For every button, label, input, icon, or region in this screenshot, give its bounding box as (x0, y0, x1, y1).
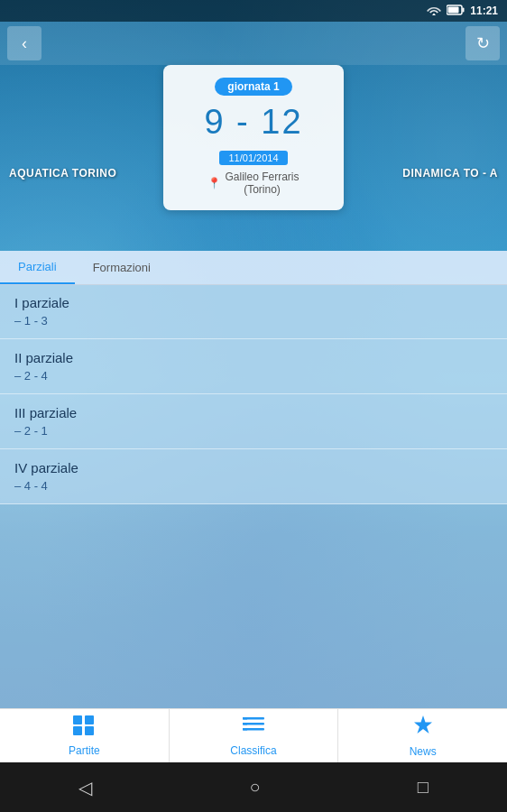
team-left: AQUATICA TORINO (9, 167, 116, 180)
svg-rect-5 (73, 726, 82, 735)
team-right: DINAMICA TO - A (402, 167, 498, 180)
list-item-title: IV parziale (14, 460, 493, 475)
list-item: III parziale – 2 - 1 (0, 394, 507, 449)
top-navigation: ‹ ↻ (0, 22, 507, 65)
status-bar: 11:21 (0, 0, 507, 22)
svg-rect-3 (73, 715, 82, 724)
classifica-icon (243, 715, 264, 741)
partite-icon (73, 715, 95, 741)
score-display: 9 - 12 (174, 103, 333, 142)
date-badge: 11/01/2014 (219, 151, 287, 165)
location: 📍 Galileo Ferraris (Torino) (174, 171, 333, 196)
news-icon (412, 715, 434, 742)
svg-rect-1 (463, 7, 465, 12)
svg-rect-4 (85, 715, 94, 724)
svg-rect-11 (243, 723, 247, 725)
tab-formazioni[interactable]: Formazioni (75, 251, 169, 284)
tabs-container: Parziali Formazioni (0, 251, 507, 285)
time-display: 11:21 (470, 5, 498, 17)
android-recent-button[interactable]: □ (418, 777, 429, 798)
list-item-score: – 2 - 4 (14, 369, 493, 383)
partite-label: Partite (69, 744, 100, 757)
android-navigation: ◁ ○ □ (0, 762, 507, 812)
android-back-button[interactable]: ◁ (78, 777, 92, 798)
nav-partite[interactable]: Partite (0, 709, 170, 762)
classifica-label: Classifica (230, 744, 276, 757)
nav-news[interactable]: News (338, 709, 507, 762)
location-icon: 📍 (207, 177, 221, 189)
list-item-score: – 4 - 4 (14, 479, 493, 493)
battery-icon (447, 5, 465, 18)
bottom-navigation: Partite Classifica News (0, 708, 507, 762)
status-icons: 11:21 (427, 5, 498, 18)
tab-parziali[interactable]: Parziali (0, 251, 75, 284)
content-list: I parziale – 1 - 3 II parziale – 2 - 4 I… (0, 284, 507, 762)
list-item-score: – 1 - 3 (14, 314, 493, 328)
svg-marker-13 (414, 715, 432, 734)
list-item-title: I parziale (14, 295, 493, 310)
list-item-title: III parziale (14, 405, 493, 420)
list-item: IV parziale – 4 - 4 (0, 449, 507, 504)
back-button[interactable]: ‹ (7, 26, 41, 60)
nav-classifica[interactable]: Classifica (170, 709, 339, 762)
svg-rect-2 (448, 6, 459, 13)
giornata-badge: giornata 1 (215, 78, 291, 96)
list-item: II parziale – 2 - 4 (0, 339, 507, 394)
refresh-button[interactable]: ↻ (466, 26, 500, 60)
svg-rect-6 (85, 726, 94, 735)
wifi-icon (427, 5, 441, 18)
list-item-title: II parziale (14, 350, 493, 365)
tabs: Parziali Formazioni (0, 251, 507, 285)
list-item-score: – 2 - 1 (14, 424, 493, 438)
list-item: I parziale – 1 - 3 (0, 284, 507, 339)
svg-rect-10 (243, 717, 247, 720)
android-home-button[interactable]: ○ (249, 777, 260, 798)
news-label: News (410, 745, 437, 758)
score-card: giornata 1 9 - 12 11/01/2014 📍 Galileo F… (163, 65, 344, 210)
svg-rect-12 (243, 728, 247, 731)
location-text: Galileo Ferraris (Torino) (225, 171, 299, 196)
